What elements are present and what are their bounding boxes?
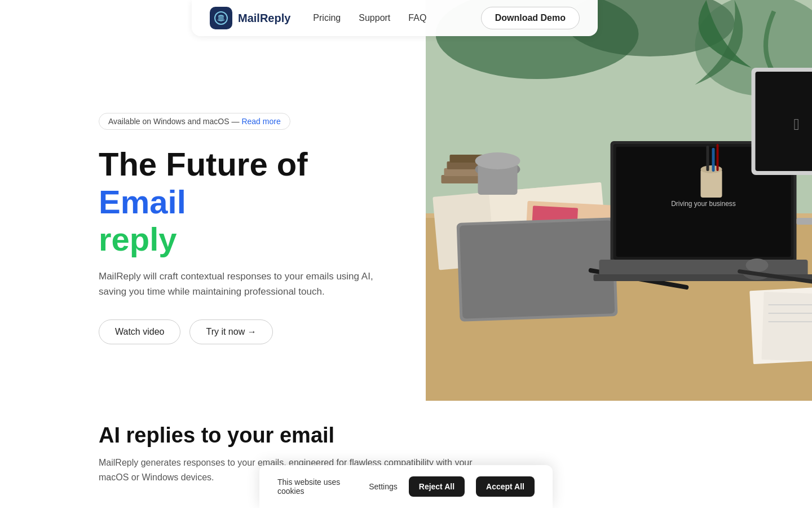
nav-faq[interactable]: FAQ: [408, 13, 426, 23]
svg-text:: : [793, 116, 799, 133]
bottom-title: AI replies to your email: [99, 423, 713, 448]
svg-point-42: [701, 165, 722, 173]
svg-rect-32: [797, 218, 813, 225]
svg-point-34: [746, 259, 769, 272]
desk-scene-bg: Driving your business : [426, 0, 812, 401]
cookie-banner: This website uses cookies Settings Rejec…: [259, 465, 553, 508]
hero-title-email: Email: [99, 183, 186, 220]
hero-section: Available on Windows and macOS — Read mo…: [0, 0, 812, 401]
svg-rect-44: [712, 148, 715, 172]
brand-logo[interactable]: MailReply: [210, 7, 290, 29]
hero-left: Available on Windows and macOS — Read mo…: [0, 0, 426, 401]
nav-links: Pricing Support FAQ: [313, 13, 480, 23]
brand-name: MailReply: [238, 12, 290, 25]
hero-title-part1: The Future of Email: [99, 146, 308, 220]
cookie-settings-button[interactable]: Settings: [369, 482, 398, 491]
svg-rect-41: [701, 169, 722, 198]
navbar: MailReply Pricing Support FAQ Download D…: [192, 0, 598, 36]
download-demo-button[interactable]: Download Demo: [481, 7, 580, 29]
svg-rect-43: [707, 146, 709, 171]
cookie-text: This website uses cookies: [277, 478, 358, 496]
accept-cookies-button[interactable]: Accept All: [476, 476, 535, 497]
badge-text: Available on Windows and macOS —: [108, 117, 239, 126]
reject-cookies-button[interactable]: Reject All: [409, 476, 465, 497]
svg-rect-37: [761, 292, 812, 363]
svg-rect-45: [717, 144, 719, 171]
svg-rect-29: [756, 72, 813, 171]
svg-rect-26: [599, 260, 808, 277]
nav-pricing[interactable]: Pricing: [313, 13, 341, 23]
try-now-button[interactable]: Try it now →: [189, 319, 272, 344]
hero-title-reply: reply: [99, 221, 392, 259]
hero-image: Driving your business : [426, 0, 812, 401]
hero-title: The Future of Email reply: [99, 146, 392, 259]
nav-support[interactable]: Support: [359, 13, 390, 23]
read-more-link[interactable]: Read more: [241, 117, 280, 126]
availability-badge: Available on Windows and macOS — Read mo…: [99, 113, 290, 130]
watch-video-button[interactable]: Watch video: [99, 319, 180, 344]
hero-buttons: Watch video Try it now →: [99, 319, 392, 344]
svg-point-18: [475, 152, 520, 169]
hero-subtitle: MailReply will craft contextual response…: [99, 269, 392, 299]
svg-text:Driving your business: Driving your business: [671, 200, 736, 208]
brand-icon: [210, 7, 232, 29]
